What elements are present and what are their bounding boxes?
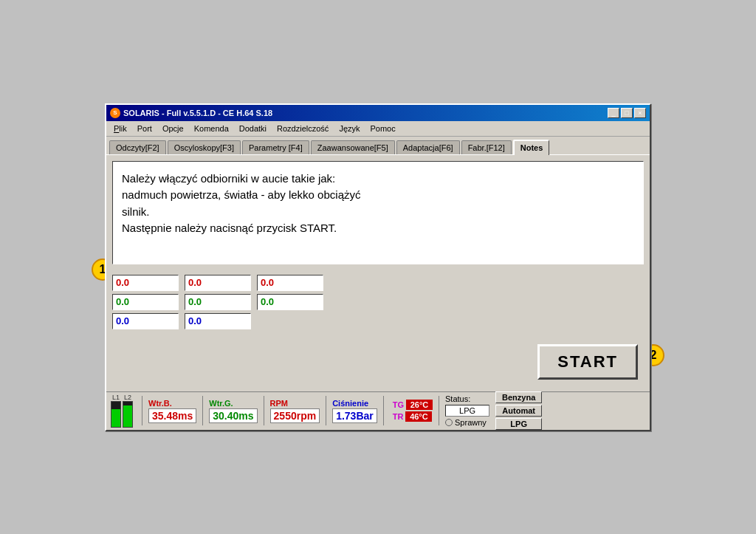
main-window: S SOLARIS - Full v.5.5.1.D - CE H.64 S.1… bbox=[105, 103, 651, 431]
data-col-2: 0.0 0.0 0.0 bbox=[185, 275, 251, 329]
rpm-label: RPM bbox=[270, 399, 320, 408]
status-info-section: Status: LPG Sprawny bbox=[445, 394, 489, 427]
data-cell-3-1: 0.0 bbox=[257, 275, 323, 291]
tab-adaptacja[interactable]: Adaptacja[F6] bbox=[396, 140, 460, 154]
rpm-section: RPM 2550rpm bbox=[270, 399, 320, 423]
data-cell-1-3: 0.0 bbox=[112, 313, 179, 329]
data-cell-2-1: 0.0 bbox=[185, 275, 251, 291]
data-cell-1-2: 0.0 bbox=[112, 294, 179, 310]
l1-indicator-group: L1 bbox=[111, 394, 121, 428]
automat-button[interactable]: Automat bbox=[495, 405, 542, 417]
divider-2 bbox=[202, 396, 203, 425]
data-cell-3-2: 0.0 bbox=[257, 294, 323, 310]
sprawny-label: Sprawny bbox=[455, 418, 487, 427]
data-cell-2-2: 0.0 bbox=[185, 294, 251, 310]
tr-label: TR bbox=[393, 412, 404, 421]
tabs-bar: Odczyty[F2] Oscyloskopy[F3] Parametry [F… bbox=[106, 137, 650, 154]
sprawny-radio[interactable] bbox=[445, 419, 453, 426]
status-value: LPG bbox=[445, 405, 489, 417]
divider-4 bbox=[326, 396, 326, 425]
wtr-g-value: 30.40ms bbox=[209, 408, 257, 423]
l2-label: L2 bbox=[124, 394, 131, 401]
menu-dodatki[interactable]: Dodatki bbox=[235, 123, 271, 134]
menu-port[interactable]: Port bbox=[133, 123, 157, 134]
instruction-text: Należy włączyć odbiorniki w aucie takie … bbox=[122, 172, 360, 235]
benzyna-button[interactable]: Benzyna bbox=[495, 391, 542, 403]
tg-label: TG bbox=[393, 400, 404, 409]
tg-tr-section: TG 26°C TR 46°C bbox=[393, 400, 433, 422]
menu-plik[interactable]: Plik bbox=[109, 123, 131, 134]
menu-pomoc[interactable]: Pomoc bbox=[366, 123, 400, 134]
menu-bar: Plik Port Opcje Komenda Dodatki Rozdziel… bbox=[106, 121, 650, 137]
cisnienie-section: Ciśnienie 1.73Bar bbox=[332, 399, 377, 423]
wtr-b-section: Wtr.B. 35.48ms bbox=[148, 399, 196, 423]
divider-5 bbox=[383, 396, 384, 425]
divider-6 bbox=[439, 396, 439, 425]
tg-value: 26°C bbox=[406, 400, 433, 410]
close-button[interactable]: × bbox=[634, 108, 646, 118]
l1-label: L1 bbox=[112, 394, 120, 401]
status-label: Status: bbox=[445, 394, 489, 403]
menu-jezyk[interactable]: Język bbox=[334, 123, 364, 134]
menu-rozdzielczosc[interactable]: Rozdzielczość bbox=[272, 123, 333, 134]
l-indicators: L1 L2 bbox=[111, 394, 133, 428]
lpg-button[interactable]: LPG bbox=[495, 418, 542, 430]
wtr-b-value: 35.48ms bbox=[148, 408, 196, 423]
data-cell-2-3: 0.0 bbox=[185, 313, 251, 329]
instruction-box: Należy włączyć odbiorniki w aucie takie … bbox=[112, 161, 644, 264]
tab-fabr[interactable]: Fabr.[F12] bbox=[461, 140, 512, 154]
maximize-button[interactable]: □ bbox=[621, 108, 633, 118]
wtr-g-section: Wtr.G. 30.40ms bbox=[209, 399, 257, 423]
data-col-1: 0.0 0.0 0.0 bbox=[112, 275, 179, 329]
tab-notes[interactable]: Notes bbox=[513, 140, 550, 155]
tr-row: TR 46°C bbox=[393, 411, 433, 422]
tab-odczyty[interactable]: Odczyty[F2] bbox=[109, 140, 166, 154]
minimize-button[interactable]: _ bbox=[608, 108, 619, 118]
start-area: START bbox=[112, 344, 644, 386]
main-content: Należy włączyć odbiorniki w aucie takie … bbox=[106, 154, 650, 391]
wtr-g-label: Wtr.G. bbox=[209, 399, 257, 408]
app-icon: S bbox=[110, 108, 120, 118]
wtr-b-label: Wtr.B. bbox=[148, 399, 196, 408]
title-bar-buttons: _ □ × bbox=[608, 108, 646, 118]
title-bar-left: S SOLARIS - Full v.5.5.1.D - CE H.64 S.1… bbox=[110, 108, 272, 118]
sprawny-row: Sprawny bbox=[445, 418, 489, 427]
rpm-value: 2550rpm bbox=[270, 408, 320, 423]
divider-3 bbox=[264, 396, 264, 425]
start-button[interactable]: START bbox=[537, 344, 638, 380]
window-title: SOLARIS - Full v.5.5.1.D - CE H.64 S.18 bbox=[123, 109, 272, 117]
tr-value: 46°C bbox=[405, 411, 432, 422]
tab-zaawansowane[interactable]: Zaawansowane[F5] bbox=[311, 140, 395, 154]
tab-parametry[interactable]: Parametry [F4] bbox=[242, 140, 309, 154]
status-bar: L1 L2 Wtr.B. 35.48ms bbox=[106, 391, 650, 430]
cisnienie-value: 1.73Bar bbox=[332, 408, 377, 423]
divider-1 bbox=[142, 396, 142, 425]
cisnienie-label: Ciśnienie bbox=[332, 399, 377, 408]
menu-komenda[interactable]: Komenda bbox=[190, 123, 233, 134]
l2-indicator-group: L2 bbox=[123, 394, 133, 428]
data-grid: 0.0 0.0 0.0 0.0 0.0 0.0 0.0 0.0 bbox=[112, 275, 644, 329]
data-cell-1-1: 0.0 bbox=[112, 275, 179, 291]
l1-box bbox=[111, 401, 121, 428]
menu-opcje[interactable]: Opcje bbox=[158, 123, 188, 134]
tab-oscyloskopy[interactable]: Oscyloskopy[F3] bbox=[168, 140, 241, 154]
tg-row: TG 26°C bbox=[393, 400, 433, 410]
title-bar: S SOLARIS - Full v.5.5.1.D - CE H.64 S.1… bbox=[106, 105, 650, 121]
l2-box bbox=[123, 401, 133, 428]
data-col-3: 0.0 0.0 bbox=[257, 275, 323, 310]
right-status-panel: Benzyna Automat LPG bbox=[495, 391, 542, 430]
